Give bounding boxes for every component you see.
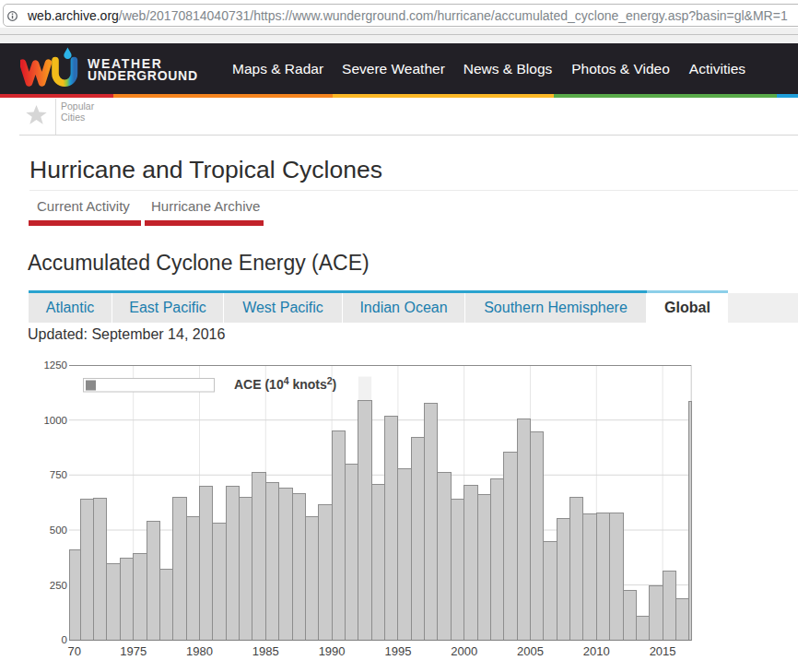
- svg-text:1250: 1250: [43, 360, 67, 371]
- svg-text:70: 70: [67, 644, 80, 658]
- svg-text:2000: 2000: [451, 644, 477, 658]
- svg-text:ACE (104 knots2): ACE (104 knots2): [234, 375, 336, 392]
- svg-text:1980: 1980: [186, 644, 213, 658]
- svg-text:250: 250: [50, 580, 67, 591]
- svg-text:1000: 1000: [43, 415, 67, 426]
- svg-text:750: 750: [50, 469, 67, 480]
- svg-text:2005: 2005: [517, 644, 544, 658]
- svg-text:500: 500: [50, 525, 67, 536]
- svg-text:1995: 1995: [384, 644, 411, 658]
- svg-text:0: 0: [62, 634, 67, 645]
- svg-text:2010: 2010: [583, 644, 610, 658]
- svg-text:2015: 2015: [650, 644, 676, 658]
- svg-text:1985: 1985: [252, 644, 279, 658]
- svg-text:1975: 1975: [120, 644, 147, 658]
- svg-text:1990: 1990: [319, 644, 346, 658]
